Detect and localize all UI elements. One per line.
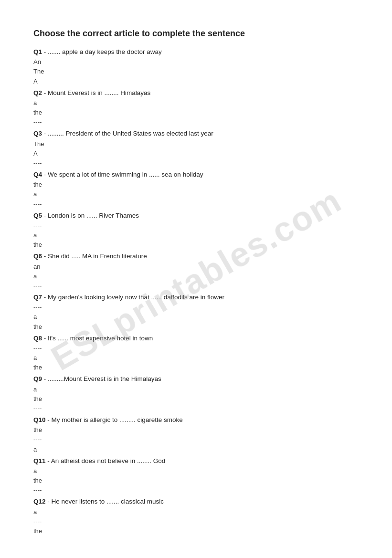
- option-q1-0: An: [33, 57, 359, 67]
- option-q1-2: A: [33, 77, 359, 86]
- option-q10-2: a: [33, 445, 359, 454]
- option-q8-2: the: [33, 363, 359, 372]
- option-q8-1: a: [33, 353, 359, 363]
- option-q2-2: ----: [33, 117, 359, 127]
- option-q7-1: a: [33, 312, 359, 322]
- option-q6-0: an: [33, 262, 359, 272]
- option-q2-0: a: [33, 98, 359, 108]
- question-block-q3: Q3 - ......... President of the United S…: [33, 129, 359, 168]
- option-q6-2: ----: [33, 281, 359, 291]
- question-block-q11: Q11 - An atheist does not believe in ...…: [33, 456, 359, 495]
- option-q11-0: a: [33, 466, 359, 476]
- option-q2-1: the: [33, 108, 359, 117]
- question-text-q4: Q4 - We spent a lot of time swimming in …: [33, 170, 359, 179]
- question-block-q4: Q4 - We spent a lot of time swimming in …: [33, 170, 359, 209]
- option-q12-1: ----: [33, 517, 359, 526]
- option-q9-1: the: [33, 394, 359, 404]
- option-q10-0: the: [33, 425, 359, 435]
- option-q7-0: ----: [33, 303, 359, 312]
- question-text-q5: Q5 - London is on ...... River Thames: [33, 211, 359, 221]
- option-q5-2: the: [33, 240, 359, 250]
- option-q3-1: A: [33, 149, 359, 158]
- option-q3-2: ----: [33, 158, 359, 168]
- option-q7-2: the: [33, 322, 359, 332]
- question-block-q10: Q10 - My mother is allergic to .........…: [33, 415, 359, 454]
- question-text-q1: Q1 - ....... apple a day keeps the docto…: [33, 47, 359, 57]
- question-block-q9: Q9 - .........Mount Everest is in the Hi…: [33, 374, 359, 413]
- option-q12-0: a: [33, 507, 359, 517]
- question-block-q8: Q8 - It's ...... most expensive hotel in…: [33, 334, 359, 373]
- question-text-q3: Q3 - ......... President of the United S…: [33, 129, 359, 138]
- option-q5-0: ----: [33, 221, 359, 231]
- option-q10-1: ----: [33, 435, 359, 444]
- option-q6-1: a: [33, 272, 359, 281]
- question-text-q7: Q7 - My garden's looking lovely now that…: [33, 293, 359, 302]
- question-text-q6: Q6 - She did ..... MA in French literatu…: [33, 252, 359, 261]
- question-block-q5: Q5 - London is on ...... River Thames---…: [33, 211, 359, 250]
- question-block-q7: Q7 - My garden's looking lovely now that…: [33, 293, 359, 332]
- option-q5-1: a: [33, 231, 359, 240]
- option-q4-1: a: [33, 190, 359, 199]
- option-q9-2: ----: [33, 404, 359, 413]
- question-text-q12: Q12 - He never listens to ....... classi…: [33, 497, 359, 506]
- option-q8-0: ----: [33, 344, 359, 353]
- option-q3-0: The: [33, 139, 359, 149]
- question-block-q6: Q6 - She did ..... MA in French literatu…: [33, 252, 359, 291]
- questions-container: Q1 - ....... apple a day keeps the docto…: [33, 47, 359, 536]
- question-text-q9: Q9 - .........Mount Everest is in the Hi…: [33, 374, 359, 384]
- question-text-q10: Q10 - My mother is allergic to .........…: [33, 415, 359, 425]
- question-text-q8: Q8 - It's ...... most expensive hotel in…: [33, 334, 359, 343]
- option-q9-0: a: [33, 385, 359, 394]
- option-q4-0: the: [33, 180, 359, 190]
- option-q4-2: ----: [33, 200, 359, 209]
- question-block-q12: Q12 - He never listens to ....... classi…: [33, 497, 359, 536]
- option-q12-2: the: [33, 526, 359, 536]
- option-q1-1: The: [33, 67, 359, 76]
- question-block-q1: Q1 - ....... apple a day keeps the docto…: [33, 47, 359, 86]
- page-title: Choose the correct article to complete t…: [33, 29, 359, 39]
- option-q11-1: the: [33, 476, 359, 485]
- question-block-q2: Q2 - Mount Everest is in ........ Himala…: [33, 88, 359, 127]
- question-text-q2: Q2 - Mount Everest is in ........ Himala…: [33, 88, 359, 98]
- question-text-q11: Q11 - An atheist does not believe in ...…: [33, 456, 359, 466]
- option-q11-2: ----: [33, 485, 359, 495]
